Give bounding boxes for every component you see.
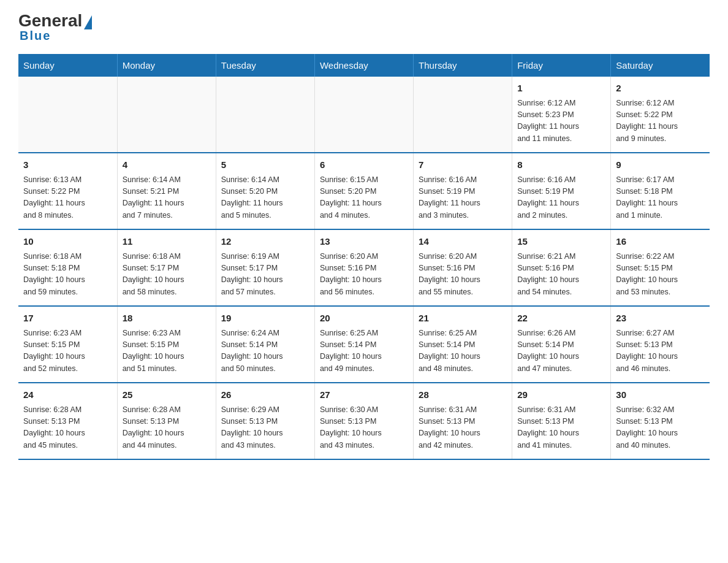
header-thursday: Thursday	[414, 54, 512, 77]
day-info: Sunrise: 6:20 AMSunset: 5:16 PMDaylight:…	[419, 251, 507, 299]
day-number: 25	[123, 388, 211, 402]
calendar-cell: 6Sunrise: 6:15 AMSunset: 5:20 PMDaylight…	[314, 153, 413, 229]
calendar-cell: 8Sunrise: 6:16 AMSunset: 5:19 PMDaylight…	[512, 153, 611, 229]
calendar-week-row: 1Sunrise: 6:12 AMSunset: 5:23 PMDaylight…	[18, 77, 710, 153]
calendar-table: SundayMondayTuesdayWednesdayThursdayFrid…	[18, 54, 710, 460]
calendar-cell: 4Sunrise: 6:14 AMSunset: 5:21 PMDaylight…	[117, 153, 216, 229]
day-info: Sunrise: 6:14 AMSunset: 5:20 PMDaylight:…	[221, 174, 309, 222]
calendar-cell	[18, 77, 117, 153]
calendar-cell: 2Sunrise: 6:12 AMSunset: 5:22 PMDaylight…	[611, 77, 710, 153]
calendar-cell: 7Sunrise: 6:16 AMSunset: 5:19 PMDaylight…	[414, 153, 512, 229]
day-info: Sunrise: 6:13 AMSunset: 5:22 PMDaylight:…	[23, 174, 112, 222]
calendar-cell: 3Sunrise: 6:13 AMSunset: 5:22 PMDaylight…	[18, 153, 117, 229]
day-number: 19	[221, 312, 309, 326]
day-number: 9	[616, 158, 705, 172]
day-info: Sunrise: 6:28 AMSunset: 5:13 PMDaylight:…	[123, 404, 211, 452]
day-number: 20	[320, 312, 408, 326]
calendar-cell: 18Sunrise: 6:23 AMSunset: 5:15 PMDayligh…	[117, 306, 216, 383]
day-info: Sunrise: 6:32 AMSunset: 5:13 PMDaylight:…	[616, 404, 705, 452]
day-number: 29	[517, 388, 605, 402]
day-number: 4	[123, 158, 211, 172]
calendar-cell: 9Sunrise: 6:17 AMSunset: 5:18 PMDaylight…	[611, 153, 710, 229]
day-info: Sunrise: 6:24 AMSunset: 5:14 PMDaylight:…	[221, 327, 309, 375]
day-info: Sunrise: 6:25 AMSunset: 5:14 PMDaylight:…	[320, 327, 408, 375]
calendar-cell: 17Sunrise: 6:23 AMSunset: 5:15 PMDayligh…	[18, 306, 117, 383]
logo: General Blue	[18, 12, 92, 42]
calendar-cell	[414, 77, 512, 153]
calendar-cell	[314, 77, 413, 153]
day-info: Sunrise: 6:26 AMSunset: 5:14 PMDaylight:…	[517, 327, 605, 375]
day-info: Sunrise: 6:15 AMSunset: 5:20 PMDaylight:…	[320, 174, 408, 222]
day-number: 21	[419, 312, 507, 326]
calendar-cell: 27Sunrise: 6:30 AMSunset: 5:13 PMDayligh…	[314, 383, 413, 459]
day-info: Sunrise: 6:17 AMSunset: 5:18 PMDaylight:…	[616, 174, 705, 222]
day-number: 8	[517, 158, 605, 172]
day-info: Sunrise: 6:23 AMSunset: 5:15 PMDaylight:…	[123, 327, 211, 375]
day-info: Sunrise: 6:31 AMSunset: 5:13 PMDaylight:…	[517, 404, 605, 452]
day-info: Sunrise: 6:16 AMSunset: 5:19 PMDaylight:…	[419, 174, 507, 222]
day-number: 18	[123, 312, 211, 326]
calendar-cell	[216, 77, 314, 153]
day-info: Sunrise: 6:22 AMSunset: 5:15 PMDaylight:…	[616, 251, 705, 299]
day-info: Sunrise: 6:23 AMSunset: 5:15 PMDaylight:…	[23, 327, 112, 375]
day-number: 24	[23, 388, 112, 402]
day-info: Sunrise: 6:20 AMSunset: 5:16 PMDaylight:…	[320, 251, 408, 299]
header-wednesday: Wednesday	[314, 54, 413, 77]
calendar-cell: 19Sunrise: 6:24 AMSunset: 5:14 PMDayligh…	[216, 306, 314, 383]
day-info: Sunrise: 6:12 AMSunset: 5:23 PMDaylight:…	[517, 98, 605, 145]
header-sunday: Sunday	[18, 54, 117, 77]
calendar-week-row: 10Sunrise: 6:18 AMSunset: 5:18 PMDayligh…	[18, 229, 710, 306]
day-info: Sunrise: 6:29 AMSunset: 5:13 PMDaylight:…	[221, 404, 309, 452]
day-number: 22	[517, 312, 605, 326]
calendar-cell: 23Sunrise: 6:27 AMSunset: 5:13 PMDayligh…	[611, 306, 710, 383]
day-number: 5	[221, 158, 309, 172]
calendar-cell: 24Sunrise: 6:28 AMSunset: 5:13 PMDayligh…	[18, 383, 117, 459]
day-info: Sunrise: 6:25 AMSunset: 5:14 PMDaylight:…	[419, 327, 507, 375]
day-number: 2	[616, 82, 705, 96]
page-header: General Blue	[18, 12, 710, 42]
day-number: 15	[517, 235, 605, 249]
day-number: 1	[517, 82, 605, 96]
day-info: Sunrise: 6:21 AMSunset: 5:16 PMDaylight:…	[517, 251, 605, 299]
calendar-cell: 22Sunrise: 6:26 AMSunset: 5:14 PMDayligh…	[512, 306, 611, 383]
calendar-cell: 25Sunrise: 6:28 AMSunset: 5:13 PMDayligh…	[117, 383, 216, 459]
day-info: Sunrise: 6:30 AMSunset: 5:13 PMDaylight:…	[320, 404, 408, 452]
header-saturday: Saturday	[611, 54, 710, 77]
day-info: Sunrise: 6:16 AMSunset: 5:19 PMDaylight:…	[517, 174, 605, 222]
day-number: 26	[221, 388, 309, 402]
calendar-header-row: SundayMondayTuesdayWednesdayThursdayFrid…	[18, 54, 710, 77]
calendar-cell: 15Sunrise: 6:21 AMSunset: 5:16 PMDayligh…	[512, 229, 611, 306]
day-number: 16	[616, 235, 705, 249]
day-number: 14	[419, 235, 507, 249]
day-number: 27	[320, 388, 408, 402]
day-number: 10	[23, 235, 112, 249]
calendar-cell: 13Sunrise: 6:20 AMSunset: 5:16 PMDayligh…	[314, 229, 413, 306]
day-number: 12	[221, 235, 309, 249]
calendar-cell: 26Sunrise: 6:29 AMSunset: 5:13 PMDayligh…	[216, 383, 314, 459]
calendar-cell: 20Sunrise: 6:25 AMSunset: 5:14 PMDayligh…	[314, 306, 413, 383]
day-number: 17	[23, 312, 112, 326]
calendar-cell: 30Sunrise: 6:32 AMSunset: 5:13 PMDayligh…	[611, 383, 710, 459]
header-tuesday: Tuesday	[216, 54, 314, 77]
day-number: 13	[320, 235, 408, 249]
calendar-cell: 11Sunrise: 6:18 AMSunset: 5:17 PMDayligh…	[117, 229, 216, 306]
day-info: Sunrise: 6:27 AMSunset: 5:13 PMDaylight:…	[616, 327, 705, 375]
day-info: Sunrise: 6:28 AMSunset: 5:13 PMDaylight:…	[23, 404, 112, 452]
calendar-week-row: 3Sunrise: 6:13 AMSunset: 5:22 PMDaylight…	[18, 153, 710, 229]
day-info: Sunrise: 6:18 AMSunset: 5:17 PMDaylight:…	[123, 251, 211, 299]
header-monday: Monday	[117, 54, 216, 77]
day-info: Sunrise: 6:18 AMSunset: 5:18 PMDaylight:…	[23, 251, 112, 299]
calendar-cell: 1Sunrise: 6:12 AMSunset: 5:23 PMDaylight…	[512, 77, 611, 153]
calendar-cell: 12Sunrise: 6:19 AMSunset: 5:17 PMDayligh…	[216, 229, 314, 306]
logo-display: General Blue	[18, 12, 92, 42]
calendar-cell	[117, 77, 216, 153]
day-number: 11	[123, 235, 211, 249]
header-friday: Friday	[512, 54, 611, 77]
day-number: 23	[616, 312, 705, 326]
day-number: 7	[419, 158, 507, 172]
day-info: Sunrise: 6:19 AMSunset: 5:17 PMDaylight:…	[221, 251, 309, 299]
calendar-cell: 28Sunrise: 6:31 AMSunset: 5:13 PMDayligh…	[414, 383, 512, 459]
calendar-cell: 16Sunrise: 6:22 AMSunset: 5:15 PMDayligh…	[611, 229, 710, 306]
day-number: 30	[616, 388, 705, 402]
day-info: Sunrise: 6:12 AMSunset: 5:22 PMDaylight:…	[616, 98, 705, 145]
